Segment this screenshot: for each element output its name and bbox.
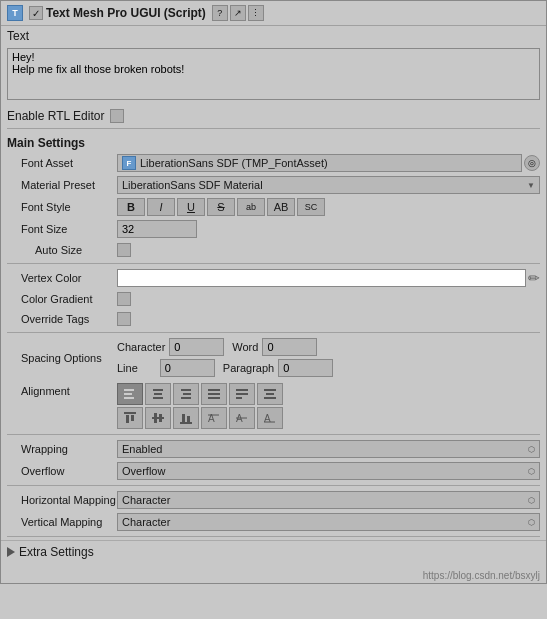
font-asset-box[interactable]: F LiberationSans SDF (TMP_FontAsset) [117, 154, 522, 172]
svg-rect-13 [236, 393, 248, 395]
style-lowercase-button[interactable]: ab [237, 198, 265, 216]
svg-rect-5 [153, 397, 163, 399]
vertical-mapping-arrow: ⬡ [528, 518, 535, 527]
style-uppercase-button[interactable]: AB [267, 198, 295, 216]
align-baseline-mid-button[interactable]: A [229, 407, 255, 429]
style-strikethrough-button[interactable]: S [207, 198, 235, 216]
svg-rect-18 [124, 412, 136, 414]
style-italic-button[interactable]: I [147, 198, 175, 216]
svg-rect-16 [266, 393, 274, 395]
align-baseline-top-button[interactable]: A [201, 407, 227, 429]
paragraph-input[interactable] [278, 359, 333, 377]
extra-settings-bar[interactable]: Extra Settings [1, 540, 546, 563]
wrapping-dropdown[interactable]: Enabled ⬡ [117, 440, 540, 458]
spacing-options-row: Spacing Options Character Word Line Para… [1, 336, 546, 379]
main-settings-label: Main Settings [1, 132, 546, 152]
vertex-color-edit-icon[interactable]: ✏ [528, 270, 540, 286]
watermark: https://blog.csdn.net/bsxylj [423, 570, 540, 581]
material-preset-row: Material Preset LiberationSans SDF Mater… [1, 174, 546, 196]
font-size-input[interactable] [117, 220, 197, 238]
spacing-char-word-row: Character Word [117, 338, 317, 356]
svg-rect-3 [153, 389, 163, 391]
override-tags-label: Override Tags [7, 313, 117, 325]
align-left-button[interactable] [117, 383, 143, 405]
font-size-row: Font Size [1, 218, 546, 240]
paragraph-label: Paragraph [223, 362, 274, 374]
vertex-color-swatch[interactable] [117, 269, 526, 287]
material-preset-label: Material Preset [7, 179, 117, 191]
style-smallcaps-button[interactable]: SC [297, 198, 325, 216]
svg-rect-25 [182, 414, 185, 422]
material-preset-dropdown[interactable]: LiberationSans SDF Material ▼ [117, 176, 540, 194]
overflow-text: Overflow [122, 465, 165, 477]
font-style-row: Font Style B I U S ab AB SC [1, 196, 546, 218]
auto-size-value [117, 243, 540, 257]
wrapping-row: Wrapping Enabled ⬡ [1, 438, 546, 460]
svg-rect-21 [152, 417, 164, 419]
word-input[interactable] [262, 338, 317, 356]
auto-size-row: Auto Size [1, 240, 546, 260]
horizontal-mapping-dropdown[interactable]: Character ⬡ [117, 491, 540, 509]
color-gradient-checkbox[interactable] [117, 292, 131, 306]
align-center-button[interactable] [145, 383, 171, 405]
svg-rect-19 [126, 415, 129, 423]
alignment-row-1 [117, 383, 283, 405]
align-baseline-bot-button[interactable]: A [257, 407, 283, 429]
svg-rect-17 [264, 397, 276, 399]
override-tags-value [117, 312, 540, 326]
horizontal-mapping-row: Horizontal Mapping Character ⬡ [1, 489, 546, 511]
enable-rtl-checkbox[interactable] [110, 109, 124, 123]
svg-rect-8 [181, 397, 191, 399]
font-icon: F [122, 156, 136, 170]
align-top-button[interactable] [117, 407, 143, 429]
style-button-group: B I U S ab AB SC [117, 198, 325, 216]
line-label: Line [117, 362, 138, 374]
vertical-mapping-label: Vertical Mapping [7, 516, 117, 528]
svg-rect-22 [154, 413, 157, 423]
style-underline-button[interactable]: U [177, 198, 205, 216]
help-button[interactable]: ? [212, 5, 228, 21]
overflow-arrow: ⬡ [528, 467, 535, 476]
svg-rect-6 [181, 389, 191, 391]
align-middle-button[interactable] [145, 407, 171, 429]
align-right-button[interactable] [173, 383, 199, 405]
character-input[interactable] [169, 338, 224, 356]
horizontal-mapping-text: Character [122, 494, 170, 506]
svg-rect-2 [124, 397, 134, 399]
font-asset-target-icon[interactable]: ◎ [524, 155, 540, 171]
title-bar-actions: ? ↗ ⋮ [212, 5, 264, 21]
divider-5 [7, 485, 540, 486]
svg-rect-1 [124, 393, 132, 395]
vertical-mapping-dropdown[interactable]: Character ⬡ [117, 513, 540, 531]
alignment-grid: A A A [117, 383, 283, 429]
auto-size-checkbox[interactable] [117, 243, 131, 257]
align-justify-last-left-button[interactable] [229, 383, 255, 405]
svg-rect-4 [154, 393, 162, 395]
menu-button[interactable]: ⋮ [248, 5, 264, 21]
material-preset-arrow: ▼ [527, 181, 535, 190]
style-bold-button[interactable]: B [117, 198, 145, 216]
align-bottom-button[interactable] [173, 407, 199, 429]
component-enabled-checkbox[interactable] [29, 6, 43, 20]
horizontal-mapping-label: Horizontal Mapping [7, 494, 117, 506]
component-icon: T [7, 5, 23, 21]
font-asset-text: LiberationSans SDF (TMP_FontAsset) [140, 157, 328, 169]
enable-rtl-row: Enable RTL Editor [1, 107, 546, 125]
enable-rtl-label: Enable RTL Editor [7, 109, 104, 123]
spacing-line-para-row: Line Paragraph [117, 359, 333, 377]
footer: https://blog.csdn.net/bsxylj [1, 563, 546, 583]
overflow-dropdown[interactable]: Overflow ⬡ [117, 462, 540, 480]
expand-button[interactable]: ↗ [230, 5, 246, 21]
color-gradient-label: Color Gradient [7, 293, 117, 305]
wrapping-label: Wrapping [7, 443, 117, 455]
divider-1 [7, 128, 540, 129]
line-input[interactable] [160, 359, 215, 377]
alignment-label: Alignment [7, 385, 117, 397]
wrapping-value: Enabled ⬡ [117, 440, 540, 458]
align-justify-button[interactable] [201, 383, 227, 405]
text-area-wrapper: Hey! Help me fix all those broken robots… [1, 46, 546, 107]
align-flush-button[interactable] [257, 383, 283, 405]
override-tags-checkbox[interactable] [117, 312, 131, 326]
text-input[interactable]: Hey! Help me fix all those broken robots… [7, 48, 540, 100]
vertex-color-value: ✏ [117, 269, 540, 287]
